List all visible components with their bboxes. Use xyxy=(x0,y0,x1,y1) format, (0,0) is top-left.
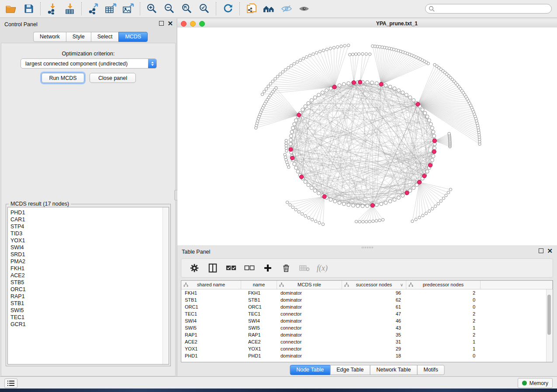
toolbar-separator xyxy=(239,2,240,15)
table-toolbar: f(x) xyxy=(181,258,553,278)
list-item[interactable]: TEC1 xyxy=(8,314,163,321)
tab-node-table[interactable]: Node Table xyxy=(290,365,330,375)
list-item[interactable]: ACE2 xyxy=(8,272,163,279)
minimize-window-icon[interactable] xyxy=(190,21,196,27)
optimization-criterion-label: Optimization criterion: xyxy=(1,51,175,57)
deselect-all-button[interactable] xyxy=(243,262,256,274)
tab-motifs[interactable]: Motifs xyxy=(417,365,444,375)
refresh-icon xyxy=(222,3,234,14)
network-view-frame: YPA_prune.txt_1 xyxy=(177,19,557,245)
table-row[interactable]: PHD1PHD1dominator180 xyxy=(181,352,553,359)
list-item[interactable]: STB5 xyxy=(8,279,163,286)
column-header-successor-nodes[interactable]: successor nodes ∨ xyxy=(342,281,406,289)
first-neighbors-button[interactable] xyxy=(260,1,278,16)
zoom-out-button[interactable] xyxy=(161,1,178,16)
export-network-icon xyxy=(88,3,99,14)
export-image-button[interactable] xyxy=(120,1,137,16)
run-mcds-button[interactable]: Run MCDS xyxy=(42,73,84,83)
table-row[interactable]: SWI5SWI5connector431 xyxy=(181,324,553,331)
list-item[interactable]: STB1 xyxy=(8,300,163,307)
zoom-fit-button[interactable] xyxy=(178,1,196,16)
search-input[interactable] xyxy=(437,5,551,12)
list-item[interactable]: SWI5 xyxy=(8,307,163,314)
close-panel-icon[interactable]: ✕ xyxy=(167,21,173,26)
table-row[interactable]: ORC1ORC1dominator610 xyxy=(181,303,553,310)
table-row[interactable]: YOX1YOX1connector291 xyxy=(181,345,553,352)
column-header-filler xyxy=(481,281,553,289)
import-table-button[interactable] xyxy=(61,1,79,16)
list-item[interactable]: RAP1 xyxy=(8,293,163,300)
table-header: shared name name MCDS role successor nod… xyxy=(181,281,553,289)
column-header-predecessor-nodes[interactable]: predecessor nodes xyxy=(406,281,481,289)
memory-button[interactable]: Memory xyxy=(518,378,553,388)
delete-table-button[interactable] xyxy=(298,262,311,274)
hide-selected-button[interactable] xyxy=(278,1,295,16)
maximize-window-icon[interactable] xyxy=(199,21,205,27)
select-all-button[interactable] xyxy=(225,262,237,274)
mcds-tab-content: Optimization criterion: largest connecte… xyxy=(1,43,176,376)
column-header-shared-name[interactable]: shared name xyxy=(181,281,241,289)
tab-style[interactable]: Style xyxy=(66,32,91,42)
table-row[interactable]: STB1STB1dominator620 xyxy=(181,296,553,303)
list-item[interactable]: PMA2 xyxy=(8,258,163,265)
clone-network-button[interactable] xyxy=(243,1,260,16)
export-table-button[interactable] xyxy=(102,1,120,16)
table-row[interactable]: FKH1FKH1dominator962 xyxy=(181,289,553,296)
add-column-button[interactable] xyxy=(262,262,274,274)
column-header-mcds-role[interactable]: MCDS role xyxy=(277,281,342,289)
column-header-name[interactable]: name xyxy=(241,281,277,289)
table-scrollbar[interactable] xyxy=(546,289,552,362)
horizontal-splitter-grip[interactable] xyxy=(362,247,373,248)
list-item[interactable]: GCR1 xyxy=(8,321,163,328)
network-canvas[interactable] xyxy=(177,28,557,245)
float-panel-icon[interactable] xyxy=(159,21,164,26)
scrollbar-thumb[interactable] xyxy=(547,295,551,335)
table-row[interactable]: RAP1RAP1dominator352 xyxy=(181,331,553,338)
refresh-layout-button[interactable] xyxy=(219,1,237,16)
list-item[interactable]: STP4 xyxy=(8,223,163,230)
close-panel-icon[interactable]: ✕ xyxy=(547,248,553,253)
tab-select[interactable]: Select xyxy=(91,32,119,42)
export-network-button[interactable] xyxy=(85,1,102,16)
show-columns-button[interactable] xyxy=(207,262,219,274)
node-table: shared name name MCDS role successor nod… xyxy=(181,280,553,362)
show-all-button[interactable] xyxy=(295,1,313,16)
list-item[interactable]: FKH1 xyxy=(8,265,163,272)
list-item[interactable]: YOX1 xyxy=(8,237,163,244)
zoom-selected-button[interactable] xyxy=(196,1,213,16)
tab-mcds[interactable]: MCDS xyxy=(118,32,148,42)
close-panel-button[interactable]: Close panel xyxy=(90,73,136,83)
tab-edge-table[interactable]: Edge Table xyxy=(330,365,370,375)
list-item[interactable]: CAR1 xyxy=(8,216,163,223)
mcds-result-title: MCDS result (17 nodes) xyxy=(9,201,71,207)
delete-column-button[interactable] xyxy=(280,262,292,274)
tab-network-table[interactable]: Network Table xyxy=(370,365,418,375)
table-row[interactable]: TEC1TEC1connector472 xyxy=(181,310,553,317)
list-item[interactable]: SRD1 xyxy=(8,251,163,258)
import-network-button[interactable] xyxy=(44,1,61,16)
list-item[interactable]: ORC1 xyxy=(8,286,163,293)
main-area: Control Panel ✕ Network Style Select MCD… xyxy=(0,18,557,376)
save-session-button[interactable] xyxy=(20,1,38,16)
toolbar-separator xyxy=(216,2,217,15)
zoom-in-button[interactable] xyxy=(143,1,161,16)
optimization-criterion-select[interactable]: largest connected component (undirected) xyxy=(21,58,157,69)
mcds-result-list[interactable]: PHD1 CAR1 STP4 TID3 YOX1 SWI4 SRD1 PMA2 … xyxy=(7,207,169,364)
list-item[interactable]: SWI4 xyxy=(8,244,163,251)
table-row[interactable]: ACE2ACE2connector311 xyxy=(181,338,553,345)
table-settings-button[interactable] xyxy=(188,262,201,274)
table-row[interactable]: SWI4SWI4dominator462 xyxy=(181,317,553,324)
trash-icon xyxy=(282,263,291,273)
list-item[interactable]: PHD1 xyxy=(8,209,163,216)
checked-boxes-icon xyxy=(226,265,236,272)
tab-network[interactable]: Network xyxy=(33,32,66,42)
open-session-button[interactable] xyxy=(3,1,20,16)
sort-indicator-icon[interactable]: ∨ xyxy=(400,281,403,289)
close-window-icon[interactable] xyxy=(181,21,187,27)
export-image-icon xyxy=(122,3,135,14)
float-panel-icon[interactable] xyxy=(539,248,543,253)
list-item[interactable]: TID3 xyxy=(8,230,163,237)
task-history-button[interactable] xyxy=(4,378,17,388)
list-scrollbar[interactable] xyxy=(163,207,169,364)
function-builder-button[interactable]: f(x) xyxy=(317,264,328,273)
